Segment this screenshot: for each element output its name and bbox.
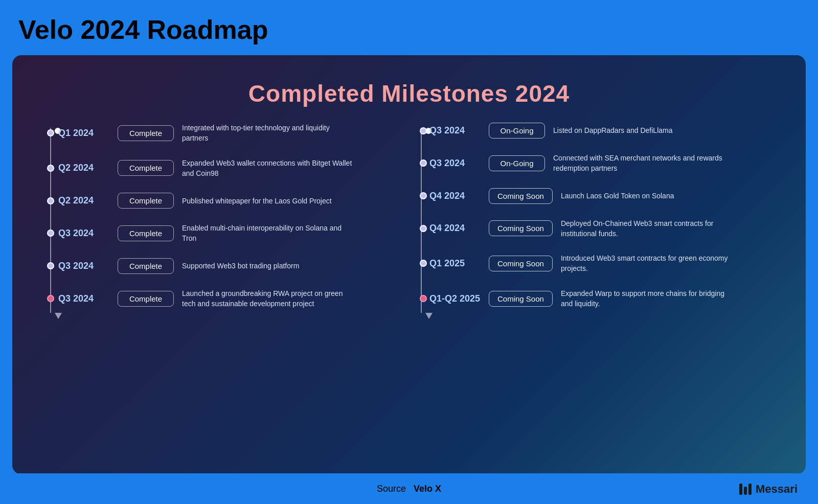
item-description: Integrated with top-tier technology and … — [182, 123, 356, 144]
status-badge: Complete — [118, 291, 174, 307]
status-badge: Coming Soon — [489, 188, 553, 204]
left-timeline-item: Q2 2024 Complete Expanded Web3 wallet co… — [58, 158, 404, 179]
status-badge: On-Going — [489, 155, 545, 171]
status-badge: On-Going — [489, 123, 545, 139]
item-description: Connected with SEA merchant networks and… — [553, 153, 727, 174]
timeline-dot — [47, 197, 54, 204]
left-timeline-item: Q1 2024 Complete Integrated with top-tie… — [58, 123, 404, 144]
left-timeline-item: Q3 2024 Complete Supported Web3 bot trad… — [58, 258, 404, 274]
item-description: Introduced Web3 smart contracts for gree… — [561, 253, 735, 274]
messari-branding: Messari — [739, 483, 798, 496]
left-timeline-item: Q3 2024 Complete Enabled multi-chain int… — [58, 223, 404, 244]
right-timeline-item: Q1-Q2 2025 Coming Soon Expanded Warp to … — [429, 288, 775, 309]
right-timeline-item: Q3 2024 On-Going Connected with SEA merc… — [429, 153, 775, 174]
timeline-dot — [47, 230, 54, 237]
item-description: Published whitepaper for the Laos Gold P… — [182, 196, 332, 206]
main-card: Completed Milestones 2024 Q1 2024 Comple… — [12, 55, 806, 474]
status-badge: Complete — [118, 225, 174, 241]
page-title: Velo 2024 Roadmap — [0, 0, 818, 55]
timeline-dot — [420, 192, 427, 199]
status-badge: Complete — [118, 160, 174, 176]
timeline-dot — [420, 159, 427, 167]
item-description: Supported Web3 bot trading platform — [182, 261, 299, 271]
quarter-label: Q3 2024 — [58, 293, 109, 304]
left-timeline-item: Q3 2024 Complete Launched a groundbreaki… — [58, 288, 404, 309]
right-timeline-item: Q4 2024 Coming Soon Deployed On-Chained … — [429, 218, 775, 239]
left-timeline-item: Q2 2024 Complete Published whitepaper fo… — [58, 193, 404, 209]
item-description: Listed on DappRadars and DefiLlama — [553, 125, 672, 135]
timeline-dot — [420, 260, 427, 267]
quarter-label: Q3 2024 — [58, 228, 109, 239]
item-description: Expanded Warp to support more chains for… — [561, 288, 735, 309]
timeline-dot — [47, 165, 54, 172]
source-name: Velo X — [414, 484, 441, 494]
messari-icon — [739, 484, 752, 495]
timeline-dot — [420, 225, 427, 232]
right-timeline-item: Q4 2024 Coming Soon Launch Laos Gold Tok… — [429, 188, 775, 204]
quarter-label: Q1 2025 — [429, 258, 481, 269]
timeline-dot — [47, 262, 54, 269]
quarter-label: Q1-Q2 2025 — [429, 293, 481, 304]
quarter-label: Q2 2024 — [58, 195, 109, 206]
item-description: Deployed On-Chained Web3 smart contracts… — [561, 218, 735, 239]
item-description: Enabled multi-chain interoperability on … — [182, 223, 356, 244]
status-badge: Coming Soon — [489, 220, 553, 236]
timeline-dot — [420, 295, 427, 302]
quarter-label: Q1 2024 — [58, 128, 109, 139]
item-description: Launch Laos Gold Token on Solana — [561, 191, 674, 201]
messari-label: Messari — [756, 483, 798, 496]
status-badge: Complete — [118, 193, 174, 209]
quarter-label: Q3 2024 — [429, 158, 481, 169]
status-badge: Coming Soon — [489, 256, 553, 271]
quarter-label: Q2 2024 — [58, 163, 109, 173]
right-timeline-item: Q3 2024 On-Going Listed on DappRadars an… — [429, 123, 775, 139]
card-title: Completed Milestones 2024 — [12, 55, 806, 107]
timeline-dot — [47, 295, 54, 302]
status-badge: Complete — [118, 125, 174, 141]
source-text: Source Velo X — [0, 484, 818, 494]
item-description: Launched a groundbreaking RWA project on… — [182, 288, 356, 309]
status-badge: Complete — [118, 258, 174, 274]
timeline-dot — [420, 127, 427, 134]
status-badge: Coming Soon — [489, 291, 553, 307]
quarter-label: Q3 2024 — [429, 125, 481, 136]
quarter-label: Q4 2024 — [429, 191, 481, 201]
quarter-label: Q3 2024 — [58, 261, 109, 271]
timeline-dot — [47, 129, 54, 136]
item-description: Expanded Web3 wallet connections with Bi… — [182, 158, 356, 179]
quarter-label: Q4 2024 — [429, 223, 481, 234]
right-timeline-item: Q1 2025 Coming Soon Introduced Web3 smar… — [429, 253, 775, 274]
